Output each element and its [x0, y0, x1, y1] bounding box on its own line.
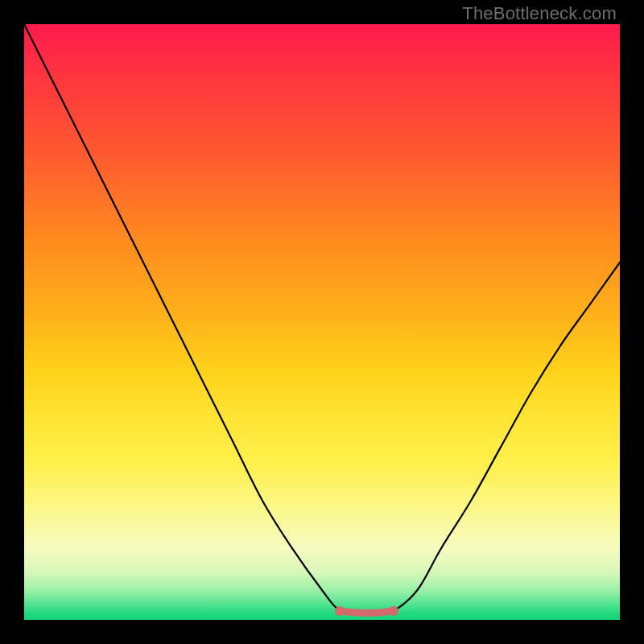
chart-frame: TheBottleneck.com	[0, 0, 644, 644]
bottleneck-curve	[24, 24, 620, 620]
attribution-watermark: TheBottleneck.com	[462, 3, 617, 24]
highlight-dot-right	[389, 606, 398, 616]
highlight-segment	[340, 611, 394, 613]
curve-path	[24, 24, 620, 614]
gradient-plot-area	[24, 24, 620, 620]
highlight-dot-left	[335, 606, 345, 616]
